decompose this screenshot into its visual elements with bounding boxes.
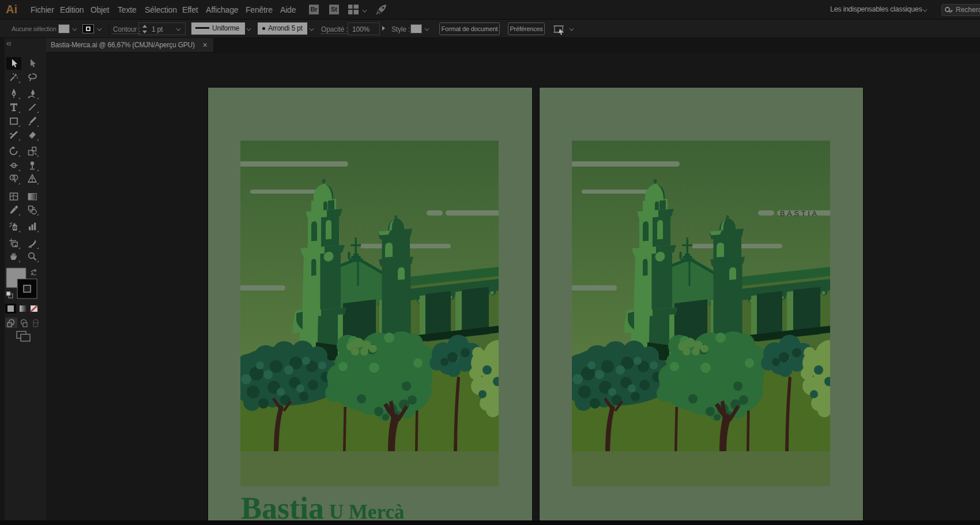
svg-text:BASTIA: BASTIA (780, 210, 819, 218)
